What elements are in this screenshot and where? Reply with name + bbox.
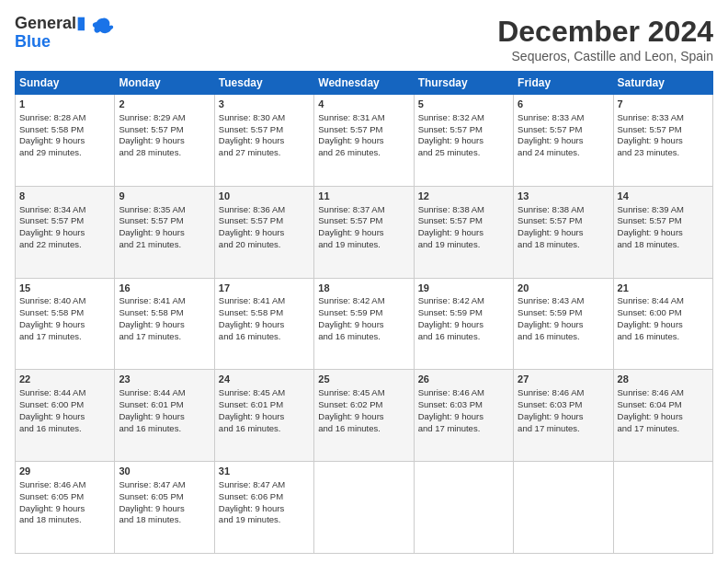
day-info-line: Sunrise: 8:44 AM [618, 295, 709, 307]
calendar-header: SundayMondayTuesdayWednesdayThursdayFrid… [16, 72, 713, 95]
calendar-cell: 2Sunrise: 8:29 AMSunset: 5:57 PMDaylight… [115, 95, 214, 187]
day-info-line: Sunrise: 8:46 AM [518, 387, 609, 399]
day-info-line: and 16 minutes. [219, 423, 310, 435]
calendar-cell: 21Sunrise: 8:44 AMSunset: 6:00 PMDayligh… [613, 278, 712, 370]
calendar-cell [414, 462, 513, 554]
day-number: 20 [518, 282, 609, 295]
day-info-line: and 26 minutes. [318, 147, 409, 159]
day-info-line: Daylight: 9 hours [19, 227, 110, 239]
calendar-cell: 30Sunrise: 8:47 AMSunset: 6:05 PMDayligh… [115, 462, 214, 554]
day-info-line: Daylight: 9 hours [119, 503, 210, 515]
col-header-friday: Friday [514, 72, 613, 95]
day-info-line: Sunset: 5:57 PM [518, 124, 609, 136]
day-number: 3 [219, 98, 310, 111]
main-title: December 2024 [497, 15, 713, 49]
day-info-line: Sunset: 6:01 PM [219, 399, 310, 411]
calendar-cell: 3Sunrise: 8:30 AMSunset: 5:57 PMDaylight… [214, 95, 313, 187]
day-info-line: Sunset: 5:59 PM [318, 307, 409, 319]
day-info-line: Daylight: 9 hours [418, 227, 509, 239]
calendar-week-2: 8Sunrise: 8:34 AMSunset: 5:57 PMDaylight… [16, 186, 713, 278]
day-info-line: Sunset: 5:58 PM [219, 307, 310, 319]
calendar-cell: 17Sunrise: 8:41 AMSunset: 5:58 PMDayligh… [214, 278, 313, 370]
day-number: 30 [119, 465, 210, 478]
day-info-line: Sunrise: 8:30 AM [219, 112, 310, 124]
day-info-line: Sunset: 5:57 PM [518, 215, 609, 227]
day-number: 24 [219, 373, 310, 386]
calendar-week-3: 15Sunrise: 8:40 AMSunset: 5:58 PMDayligh… [16, 278, 713, 370]
day-number: 19 [418, 282, 509, 295]
day-info-line: Daylight: 9 hours [19, 411, 110, 423]
day-number: 8 [19, 190, 110, 203]
day-number: 18 [318, 282, 409, 295]
day-number: 29 [19, 465, 110, 478]
calendar-cell: 16Sunrise: 8:41 AMSunset: 5:58 PMDayligh… [115, 278, 214, 370]
day-info-line: Sunset: 5:57 PM [418, 215, 509, 227]
day-info-line: Sunset: 6:00 PM [19, 399, 110, 411]
day-info-line: Daylight: 9 hours [618, 411, 709, 423]
calendar-week-1: 1Sunrise: 8:28 AMSunset: 5:58 PMDaylight… [16, 95, 713, 187]
day-info-line: Sunset: 5:57 PM [119, 215, 210, 227]
day-info-line: Daylight: 9 hours [318, 411, 409, 423]
day-info-line: Sunrise: 8:45 AM [318, 387, 409, 399]
day-info-line: Daylight: 9 hours [219, 227, 310, 239]
day-number: 22 [19, 373, 110, 386]
day-info-line: and 17 minutes. [19, 331, 110, 343]
day-number: 26 [418, 373, 509, 386]
day-info-line: and 16 minutes. [418, 331, 509, 343]
day-info-line: Daylight: 9 hours [19, 135, 110, 147]
logo-line2: Blue [15, 33, 85, 52]
day-info-line: Daylight: 9 hours [318, 227, 409, 239]
day-info-line: Sunrise: 8:41 AM [119, 295, 210, 307]
day-info-line: Daylight: 9 hours [219, 135, 310, 147]
day-info-line: Sunset: 6:02 PM [318, 399, 409, 411]
day-info-line: Sunrise: 8:44 AM [19, 387, 110, 399]
col-header-thursday: Thursday [414, 72, 513, 95]
day-info-line: Sunrise: 8:47 AM [119, 479, 210, 491]
col-header-monday: Monday [115, 72, 214, 95]
day-number: 2 [119, 98, 210, 111]
calendar-week-4: 22Sunrise: 8:44 AMSunset: 6:00 PMDayligh… [16, 370, 713, 462]
logo-bird-icon [89, 15, 115, 44]
day-info-line: Sunset: 5:58 PM [119, 307, 210, 319]
day-info-line: Sunset: 5:57 PM [318, 124, 409, 136]
day-info-line: and 18 minutes. [19, 514, 110, 526]
day-info-line: Sunrise: 8:31 AM [318, 112, 409, 124]
page: General▮ Blue December 2024 Sequeros, Ca… [0, 0, 728, 563]
day-info-line: Sunset: 6:04 PM [618, 399, 709, 411]
day-info-line: and 16 minutes. [219, 331, 310, 343]
day-info-line: and 18 minutes. [618, 239, 709, 251]
col-header-wednesday: Wednesday [314, 72, 414, 95]
calendar-cell: 7Sunrise: 8:33 AMSunset: 5:57 PMDaylight… [613, 95, 712, 187]
calendar-cell: 31Sunrise: 8:47 AMSunset: 6:06 PMDayligh… [214, 462, 313, 554]
day-info-line: Sunrise: 8:46 AM [19, 479, 110, 491]
calendar-cell: 27Sunrise: 8:46 AMSunset: 6:03 PMDayligh… [514, 370, 613, 462]
day-number: 12 [418, 190, 509, 203]
day-number: 25 [318, 373, 409, 386]
day-info-line: Sunset: 5:59 PM [518, 307, 609, 319]
day-info-line: Sunrise: 8:32 AM [418, 112, 509, 124]
day-info-line: and 20 minutes. [219, 239, 310, 251]
day-info-line: Sunrise: 8:47 AM [219, 479, 310, 491]
day-info-line: Daylight: 9 hours [219, 503, 310, 515]
calendar-cell: 6Sunrise: 8:33 AMSunset: 5:57 PMDaylight… [514, 95, 613, 187]
day-info-line: and 29 minutes. [19, 147, 110, 159]
day-info-line: Daylight: 9 hours [19, 319, 110, 331]
day-info-line: Daylight: 9 hours [418, 319, 509, 331]
day-info-line: and 17 minutes. [618, 423, 709, 435]
day-number: 13 [518, 190, 609, 203]
day-info-line: Sunset: 5:58 PM [19, 307, 110, 319]
day-number: 14 [618, 190, 709, 203]
day-number: 10 [219, 190, 310, 203]
day-info-line: and 19 minutes. [219, 514, 310, 526]
title-section: December 2024 Sequeros, Castille and Leo… [497, 15, 713, 63]
day-info-line: and 23 minutes. [618, 147, 709, 159]
day-info-line: Sunrise: 8:29 AM [119, 112, 210, 124]
calendar-cell: 1Sunrise: 8:28 AMSunset: 5:58 PMDaylight… [16, 95, 115, 187]
calendar-cell [314, 462, 414, 554]
day-info-line: Sunset: 5:57 PM [219, 215, 310, 227]
day-number: 23 [119, 373, 210, 386]
day-info-line: Sunset: 6:03 PM [418, 399, 509, 411]
day-info-line: Daylight: 9 hours [618, 319, 709, 331]
calendar-cell: 9Sunrise: 8:35 AMSunset: 5:57 PMDaylight… [115, 186, 214, 278]
calendar-cell: 20Sunrise: 8:43 AMSunset: 5:59 PMDayligh… [514, 278, 613, 370]
